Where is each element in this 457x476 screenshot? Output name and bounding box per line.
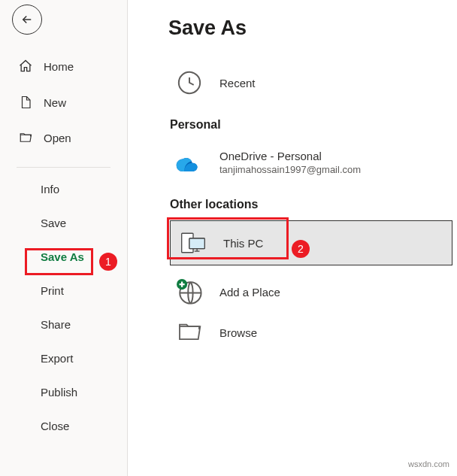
location-onedrive[interactable]: OneDrive - Personal tanjimahossain1997@g… [168, 141, 457, 184]
page-title: Save As [168, 17, 457, 40]
nav-save[interactable]: Save [0, 206, 127, 240]
nav-label: Save [41, 217, 66, 229]
section-other: Other locations [170, 198, 457, 211]
nav-label: Export [41, 352, 73, 365]
nav-label: Info [41, 183, 59, 196]
nav-publish[interactable]: Publish [0, 375, 127, 409]
location-browse[interactable]: Browse [168, 314, 457, 351]
location-recent[interactable]: Recent [168, 61, 457, 105]
location-label: This PC [223, 237, 263, 250]
annotation-badge-2: 2 [292, 240, 310, 258]
onedrive-email: tanjimahossain1997@gmail.com [219, 164, 361, 175]
svg-rect-3 [189, 238, 204, 249]
onedrive-title: OneDrive - Personal [219, 150, 361, 162]
nav-info[interactable]: Info [0, 172, 127, 206]
nav-label: Home [44, 60, 74, 73]
nav-share[interactable]: Share [0, 308, 127, 341]
nav-label: Close [41, 420, 69, 432]
section-personal: Personal [170, 118, 457, 132]
backstage-sidebar: Home New Open Info Save Save As Print Sh… [0, 0, 128, 476]
location-label: Recent [219, 77, 256, 89]
folder-icon [176, 323, 203, 342]
location-add-place[interactable]: Add a Place [168, 270, 457, 314]
location-label: Add a Place [219, 286, 280, 299]
nav-print[interactable]: Print [0, 274, 127, 308]
nav-label: Save As [41, 250, 84, 263]
folder-open-icon [18, 131, 33, 144]
onedrive-text: OneDrive - Personal tanjimahossain1997@g… [219, 150, 361, 175]
onedrive-icon [176, 153, 203, 171]
watermark: wsxdn.com [408, 459, 449, 468]
nav-home[interactable]: Home [0, 48, 127, 84]
annotation-badge-1: 1 [99, 253, 117, 271]
new-file-icon [18, 95, 33, 110]
back-button[interactable] [12, 5, 42, 35]
nav-secondary: Info Save Save As Print Share Export Pub… [0, 172, 127, 443]
add-place-icon [176, 279, 203, 305]
location-this-pc[interactable]: This PC [170, 220, 452, 265]
nav-label: Print [41, 284, 64, 297]
nav-label: Share [41, 318, 71, 331]
location-label: Browse [219, 326, 257, 339]
arrow-left-icon [20, 13, 34, 26]
nav-primary: Home New Open [0, 48, 127, 164]
nav-open[interactable]: Open [0, 120, 127, 155]
home-icon [18, 59, 33, 74]
save-as-panel: Save As Recent Personal OneDrive - Perso… [128, 0, 457, 351]
nav-label: Open [44, 132, 71, 144]
clock-icon [176, 70, 203, 96]
sidebar-divider [17, 167, 110, 168]
pc-icon [180, 232, 207, 254]
nav-export[interactable]: Export [0, 341, 127, 375]
nav-label: Publish [41, 386, 77, 399]
nav-close[interactable]: Close [0, 409, 127, 443]
nav-label: New [44, 96, 66, 109]
nav-new[interactable]: New [0, 84, 127, 120]
